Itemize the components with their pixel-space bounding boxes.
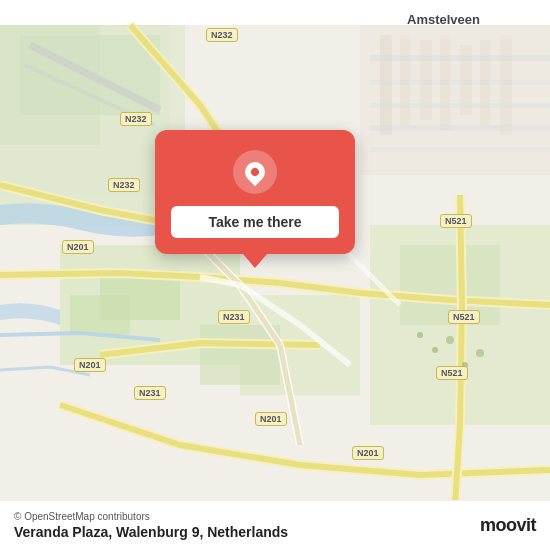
amstelveen-label: Amstelveen [407, 12, 480, 27]
location-icon-wrapper [233, 150, 277, 194]
bottom-bar: © OpenStreetMap contributors Veranda Pla… [0, 500, 550, 550]
svg-rect-9 [70, 295, 130, 335]
svg-point-29 [432, 347, 438, 353]
road-label-n232_mid: N232 [108, 178, 140, 192]
road-label-n231_mid: N231 [218, 310, 250, 324]
map-container: N232N232N232N201N201N201N201N231N231N521… [0, 0, 550, 550]
take-me-there-button[interactable]: Take me there [171, 206, 339, 238]
road-label-n201_left: N201 [62, 240, 94, 254]
road-label-n201_bottom1: N201 [74, 358, 106, 372]
popup-card: Take me there [155, 130, 355, 254]
svg-rect-23 [370, 80, 550, 85]
svg-point-28 [417, 332, 423, 338]
road-label-n201_bottom2: N201 [255, 412, 287, 426]
svg-rect-24 [370, 103, 550, 108]
osm-attribution: © OpenStreetMap contributors [14, 511, 288, 522]
road-label-n521_right1: N521 [440, 214, 472, 228]
road-label-n521_right2: N521 [448, 310, 480, 324]
svg-rect-25 [370, 125, 550, 131]
svg-rect-27 [390, 30, 545, 40]
road-label-n232_top: N232 [206, 28, 238, 42]
map-svg [0, 0, 550, 550]
location-title: Veranda Plaza, Walenburg 9, Netherlands [14, 524, 288, 540]
bottom-left: © OpenStreetMap contributors Veranda Pla… [14, 511, 288, 540]
road-label-n232_left: N232 [120, 112, 152, 126]
road-label-n231_bottom: N231 [134, 386, 166, 400]
svg-rect-26 [370, 147, 550, 152]
road-label-n521_right3: N521 [436, 366, 468, 380]
moovit-logo-icon: moovit [480, 515, 536, 536]
location-pin-icon [241, 158, 269, 186]
moovit-text: moovit [480, 515, 536, 536]
svg-rect-22 [370, 55, 550, 61]
svg-point-30 [446, 336, 454, 344]
svg-point-32 [476, 349, 484, 357]
road-label-n201_bottom3: N201 [352, 446, 384, 460]
